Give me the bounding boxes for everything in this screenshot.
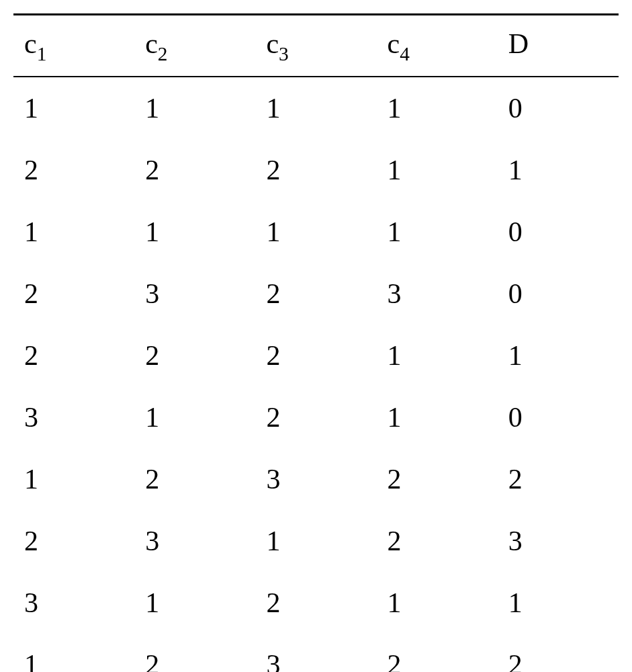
data-table-container: c1 c2 c3 c4 D 1 1 1 1 xyxy=(13,13,619,672)
cell: 1 xyxy=(377,201,498,263)
cell: 1 xyxy=(377,77,498,139)
header-c3: c3 xyxy=(255,15,376,77)
cell: 1 xyxy=(377,386,498,448)
table-row: 2 2 2 1 1 xyxy=(13,325,619,386)
cell: 1 xyxy=(498,572,619,634)
cell: 1 xyxy=(377,139,498,201)
header-c4-sub: 4 xyxy=(400,43,410,65)
table-row: 1 2 3 2 2 xyxy=(13,634,619,672)
table-row: 3 1 2 1 1 xyxy=(13,572,619,634)
cell: 2 xyxy=(134,325,255,386)
cell: 0 xyxy=(498,386,619,448)
table-row: 1 1 1 1 0 xyxy=(13,201,619,263)
cell: 2 xyxy=(377,448,498,510)
header-c4-base: c xyxy=(388,28,400,59)
cell: 3 xyxy=(255,448,376,510)
cell: 1 xyxy=(134,386,255,448)
header-c1: c1 xyxy=(13,15,134,77)
cell: 1 xyxy=(134,201,255,263)
cell: 1 xyxy=(498,325,619,386)
cell: 1 xyxy=(377,325,498,386)
cell: 2 xyxy=(134,448,255,510)
cell: 2 xyxy=(13,510,134,572)
header-c1-sub: 1 xyxy=(37,43,47,65)
cell: 1 xyxy=(134,77,255,139)
header-c4: c4 xyxy=(377,15,498,77)
header-c1-base: c xyxy=(24,28,37,59)
cell: 3 xyxy=(134,263,255,325)
header-d: D xyxy=(498,15,619,77)
cell: 2 xyxy=(255,263,376,325)
table-row: 1 2 3 2 2 xyxy=(13,448,619,510)
cell: 2 xyxy=(255,325,376,386)
cell: 2 xyxy=(13,325,134,386)
cell: 1 xyxy=(255,510,376,572)
cell: 3 xyxy=(255,634,376,672)
cell: 1 xyxy=(13,634,134,672)
cell: 2 xyxy=(377,510,498,572)
cell: 1 xyxy=(13,201,134,263)
table-header-row: c1 c2 c3 c4 D xyxy=(13,15,619,77)
table-row: 1 1 1 1 0 xyxy=(13,77,619,139)
cell: 2 xyxy=(255,386,376,448)
cell: 1 xyxy=(134,572,255,634)
header-c2-sub: 2 xyxy=(158,43,168,65)
cell: 2 xyxy=(377,634,498,672)
cell: 3 xyxy=(498,510,619,572)
cell: 3 xyxy=(13,572,134,634)
cell: 1 xyxy=(498,139,619,201)
header-c2: c2 xyxy=(134,15,255,77)
cell: 1 xyxy=(255,201,376,263)
header-c3-base: c xyxy=(266,28,279,59)
cell: 1 xyxy=(255,77,376,139)
cell: 1 xyxy=(377,572,498,634)
table-body: 1 1 1 1 0 2 2 2 1 1 1 1 1 1 0 2 xyxy=(13,77,619,672)
header-c3-sub: 3 xyxy=(279,43,289,65)
cell: 2 xyxy=(134,634,255,672)
table-row: 3 1 2 1 0 xyxy=(13,386,619,448)
cell: 0 xyxy=(498,201,619,263)
cell: 1 xyxy=(13,448,134,510)
table-row: 2 3 2 3 0 xyxy=(13,263,619,325)
cell: 1 xyxy=(13,77,134,139)
cell: 2 xyxy=(498,634,619,672)
data-table: c1 c2 c3 c4 D 1 1 1 1 xyxy=(13,13,619,672)
header-d-base: D xyxy=(508,28,529,59)
header-c2-base: c xyxy=(145,28,158,59)
cell: 3 xyxy=(13,386,134,448)
cell: 2 xyxy=(255,139,376,201)
cell: 2 xyxy=(13,263,134,325)
cell: 2 xyxy=(255,572,376,634)
cell: 2 xyxy=(498,448,619,510)
cell: 0 xyxy=(498,263,619,325)
table-row: 2 2 2 1 1 xyxy=(13,139,619,201)
cell: 2 xyxy=(13,139,134,201)
cell: 2 xyxy=(134,139,255,201)
cell: 0 xyxy=(498,77,619,139)
cell: 3 xyxy=(134,510,255,572)
cell: 3 xyxy=(377,263,498,325)
table-row: 2 3 1 2 3 xyxy=(13,510,619,572)
